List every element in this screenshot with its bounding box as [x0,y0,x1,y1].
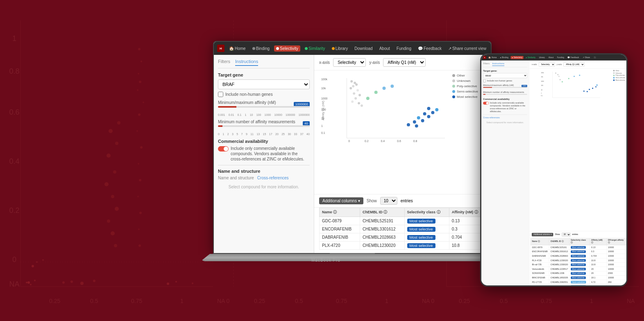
table-row[interactable]: PD-17725 CHEMBL3360551 Semi-selective 4.… [531,280,626,284]
svg-text:NA 0: NA 0 [422,298,435,304]
tablet-nav-similarity[interactable]: ● Similarity [525,56,537,59]
tablet-nav-funding[interactable]: Funding [556,56,565,59]
show-entries-select[interactable]: 10 [380,197,397,205]
table-row[interactable]: DABRAFENIB CHEMBL2028663 Most selective … [320,233,486,242]
svg-text:0: 0 [12,255,16,264]
tablet-legend-unknown: Unknown [613,72,626,74]
tablet-col-selectivity: Selectivity class ⓘ [569,238,590,245]
tab-name-structure[interactable]: Name and structure [218,176,254,180]
gene-select[interactable]: BRAF [218,79,310,89]
svg-text:0.5: 0.5 [500,298,508,304]
tablet-non-human-row: Include non-human genes [483,79,527,82]
show-label: Show [367,199,377,203]
tablet-x-select[interactable]: Selectivity [539,62,555,67]
tablet-additional-columns-button[interactable]: Additional columns ▾ [532,233,553,236]
non-human-checkbox[interactable] [218,92,223,97]
nav-feedback[interactable]: 💬 Feedback [416,45,444,52]
tablet-show-select[interactable]: 10 [562,233,571,237]
tablet-non-human-checkbox[interactable] [483,79,486,82]
tablet-cell-name: GaoDo07-01 [531,284,549,285]
nav-github[interactable]: ⚫ [491,45,492,52]
svg-point-106 [435,108,438,111]
nav-share[interactable]: ↗ Share current view [446,45,488,52]
tablet-table-body: GDC-0879 CHEMBL525191 Most selective 0.1… [531,245,626,285]
svg-point-123 [568,78,569,79]
nav-funding[interactable]: Funding [395,45,413,52]
tablet-cell-off-target: 10000 [606,262,626,267]
tablet-gene-select[interactable]: BRAF [483,73,527,78]
nav-home[interactable]: 🏠 Home [227,45,248,52]
nav-library[interactable]: Library [330,45,350,52]
tab-filters[interactable]: Filters [218,59,230,66]
tablet-nav-feedback[interactable]: 💬 Feedback [567,56,580,59]
cell-chembl-id: CHEMBL3301612 [360,225,404,233]
legend-semi-label: Semi-selective [457,90,478,93]
tablet-nav-about[interactable]: About [547,56,555,59]
table-row[interactable]: GDC-0879 CHEMBL525191 Most selective 0.1… [531,245,626,250]
tablet-device: H 🏠 Home ● Binding ● Selectivity ● Simil… [480,53,628,287]
svg-point-98 [407,123,410,127]
nav-binding[interactable]: Binding [250,45,272,52]
y-axis-select[interactable]: Affinity Q1 (nM) [383,58,426,67]
tablet-tab-instructions[interactable]: Instructions [492,62,504,66]
table-row[interactable]: PLX-4720 CHEMBL1230020 Most selective 10… [531,258,626,262]
svg-text:0.6: 0.6 [397,140,401,142]
tablet-legend-semi: Semi-selective [613,77,626,79]
svg-text:0.75: 0.75 [131,298,142,304]
svg-text:NA: NA [9,280,19,288]
table-row[interactable]: BI-raf-735 CHEMBL1330020 Most selective … [531,262,626,267]
tablet-divider [483,115,527,115]
svg-text:1: 1 [541,93,542,94]
nav-download[interactable]: Download [352,45,374,52]
table-row[interactable]: ENCORAFENIB CHEMBL3301612 Most selective… [320,225,486,233]
tablet-col-affinity: Affinity (nM) ⓘ [590,238,607,245]
cell-chembl-id: CHEMBL1230020 [360,242,404,250]
x-axis-select[interactable]: Selectivity [333,58,366,67]
tablet-chart: 100k 10k 1000 100 10 1 0.1 [531,70,612,230]
nav-selectivity[interactable]: Selectivity [274,45,300,52]
measurements-track[interactable] [218,125,310,127]
svg-point-39 [143,102,144,103]
tablet-cross-ref-tab[interactable]: Cross-references [483,117,500,119]
svg-point-59 [114,244,117,247]
tablet-nav-selectivity[interactable]: ● Selectivity [511,56,524,59]
additional-columns-button[interactable]: Additional columns ▾ [319,197,363,204]
table-row[interactable]: ENCORAFENIB CHEMBL3301612 Most selective… [531,249,626,254]
tablet-nav-binding[interactable]: ● Binding [499,56,509,59]
nav-similarity[interactable]: Similarity [303,45,327,52]
target-gene-label: Target gene [218,72,310,77]
svg-point-118 [555,72,556,74]
affinity-track[interactable] [218,106,310,108]
tablet-nav-github[interactable]: ⚫ [592,56,597,59]
tablet-y-select[interactable]: Affinity Q1 (nM) [563,62,584,67]
tablet-nav-library[interactable]: Library [538,56,546,59]
table-row[interactable]: Vemurafenib CHEMBL1229517 Most selective… [531,267,626,271]
table-row[interactable]: PLX-4720 CHEMBL1230020 Most selective 10… [320,242,486,250]
commercial-toggle[interactable] [218,146,229,151]
tablet-toggle[interactable] [483,102,489,105]
table-row[interactable]: GDC-0879 CHEMBL525191 Most selective 0.1… [320,217,486,225]
tab-cross-references[interactable]: Cross-references [257,176,289,180]
cell-selectivity-class: Most selective [404,233,449,242]
tablet-nav-home[interactable]: 🏠 Home [488,56,498,59]
tablet-cell-chembl: CHEMBL1336 [549,271,569,276]
table-row[interactable]: GaoDo07-01 CHEMBL1430720 Semi-selective … [531,284,626,285]
tablet-nav-share[interactable]: ↗ Share [581,56,591,59]
svg-point-86 [349,87,352,89]
table-row[interactable]: DABRAFENIB CHEMBL2028663 Most selective … [531,254,626,258]
similarity-dot [305,47,308,50]
tablet-affinity-track[interactable] [483,87,527,88]
legend-poly-label: Poly-selective [457,84,477,88]
table-row[interactable]: SORAFENIB CHEMBL1336 Most selective 20 2… [531,271,626,276]
tablet-measurements-track[interactable] [483,94,527,95]
tablet-measurements-label: Minimum number of affinity measurements [483,91,527,93]
tablet-screen: H 🏠 Home ● Binding ● Selectivity ● Simil… [481,54,626,285]
tablet-cell-chembl: CHEMBL1430720 [549,284,569,285]
tab-instructions[interactable]: Instructions [235,59,258,66]
tablet-tab-filters[interactable]: Filters [483,62,490,66]
nav-about[interactable]: About [377,45,392,52]
measurements-ticks: 012357911131517202530333740 [218,133,310,136]
svg-point-84 [352,85,354,88]
tablet-table-controls: Additional columns ▾ Show 10 entries [529,231,626,238]
table-row[interactable]: BRICOFENIB CHEMBL1853335 Most selective … [531,276,626,280]
